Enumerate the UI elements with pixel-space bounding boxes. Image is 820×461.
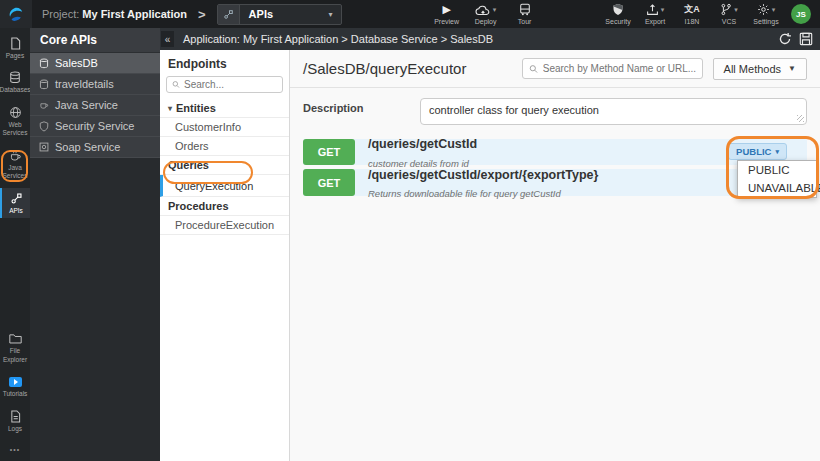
endpoints-search[interactable] — [166, 76, 283, 93]
http-method-badge[interactable]: GET — [303, 139, 355, 165]
api-icon — [10, 192, 23, 205]
more-options-icon[interactable]: ••• — [10, 446, 20, 453]
settings-button[interactable]: ▾ Settings — [753, 3, 779, 25]
security-button[interactable]: Security — [605, 3, 631, 25]
collapse-panel-button[interactable]: « — [161, 31, 174, 47]
method-search[interactable] — [522, 58, 703, 79]
resource-type-dropdown[interactable]: APIs ▾ — [217, 4, 342, 25]
access-option-public[interactable]: PUBLIC — [738, 161, 816, 179]
description-field-wrap: controller class for query execution — [420, 98, 807, 125]
export-icon — [646, 3, 659, 16]
api-icon — [218, 5, 240, 24]
gear-icon — [757, 3, 770, 16]
sidebar-item-java-services[interactable]: Java Services — [0, 145, 30, 184]
endpoints-title: Endpoints — [160, 50, 289, 75]
sidebar-item-logs[interactable]: Logs — [0, 406, 30, 436]
chevron-down-icon: ▾ — [734, 6, 738, 14]
resource-type-label: APIs — [240, 8, 329, 20]
preview-button[interactable]: ▶ Preview — [434, 3, 460, 25]
page-icon — [10, 37, 21, 50]
database-icon — [9, 71, 21, 84]
sidebar-item-apis[interactable]: APIs — [0, 188, 30, 218]
shield-icon — [39, 121, 49, 132]
chevron-down-icon: ▼ — [788, 64, 796, 73]
floppy-save-icon — [799, 32, 813, 46]
branch-icon — [720, 3, 732, 16]
play-icon: ▶ — [442, 3, 450, 16]
endpoint-item-queryexecution[interactable]: QueryExecution — [160, 175, 289, 197]
service-item-traveldetails[interactable]: traveldetails — [30, 74, 160, 95]
api-summary: Returns downloadable file for query getC… — [368, 188, 561, 199]
database-icon — [39, 58, 49, 69]
shield-icon — [612, 3, 624, 16]
chevron-down-icon: ▾ — [168, 104, 172, 113]
entities-group-header[interactable]: ▾ Entities — [160, 99, 289, 118]
api-row-getcustid-export[interactable]: GET /queries/getCustId/export/{exportTyp… — [303, 169, 807, 196]
description-textarea[interactable]: controller class for query execution — [421, 99, 806, 124]
sidebar-item-databases[interactable]: Databases — [0, 67, 30, 97]
api-path: /queries/getCustId — [368, 137, 477, 151]
sidebar-item-file-explorer[interactable]: File Explorer — [0, 328, 30, 367]
folder-icon — [9, 333, 22, 344]
database-icon — [39, 79, 49, 90]
refresh-button[interactable] — [778, 32, 792, 46]
left-nav-rail: Pages Databases Web Services Java Servic… — [0, 28, 30, 461]
endpoints-search-input[interactable] — [184, 79, 277, 90]
translate-icon: 文A — [684, 3, 700, 16]
deploy-button[interactable]: ▾ Deploy — [473, 3, 499, 25]
core-apis-panel: Core APIs SalesDB traveldetails Java Ser… — [30, 28, 160, 461]
endpoint-item-procedureexecution[interactable]: ProcedureExecution — [160, 216, 289, 235]
access-option-unavailable[interactable]: UNAVAILABLE — [738, 179, 816, 197]
endpoint-item-orders[interactable]: Orders — [160, 137, 289, 156]
log-file-icon — [10, 410, 21, 423]
breadcrumb: Application: My First Application > Data… — [183, 33, 778, 45]
user-avatar[interactable]: JS — [791, 4, 811, 24]
coffee-icon — [39, 100, 49, 110]
description-row: Description controller class for query e… — [290, 88, 820, 133]
access-level-menu: PUBLIC UNAVAILABLE — [737, 160, 817, 198]
bus-icon — [519, 3, 531, 16]
search-icon — [529, 64, 538, 74]
endpoints-panel: Endpoints ▾ Entities CustomerInfo Orders… — [160, 50, 290, 461]
tour-button[interactable]: Tour — [512, 3, 538, 25]
refresh-icon — [778, 32, 792, 46]
chevron-down-icon: ▾ — [775, 148, 779, 156]
chevron-down-icon: ▾ — [493, 6, 497, 14]
access-level-dropdown[interactable]: PUBLIC ▾ — [728, 143, 787, 160]
soap-icon — [39, 142, 49, 152]
i18n-button[interactable]: 文A I18N — [679, 3, 705, 25]
vcs-button[interactable]: ▾ VCS — [716, 3, 742, 25]
chevron-down-icon: ▾ — [329, 10, 333, 19]
main-content: /SalesDB/queryExecutor All Methods ▼ Des… — [290, 50, 820, 461]
topbar-actions: ▶ Preview ▾ Deploy Tour — [434, 3, 538, 25]
brand-wave-icon — [8, 6, 25, 23]
service-item-security-service[interactable]: Security Service — [30, 116, 160, 137]
queries-group-header[interactable]: Queries — [160, 156, 289, 175]
method-search-input[interactable] — [543, 63, 696, 74]
topbar-tools: Security ▾ Export 文A I18N ▾ VCS ▾ Set — [605, 3, 779, 25]
globe-icon — [9, 106, 22, 119]
http-method-badge[interactable]: GET — [303, 169, 355, 196]
service-item-salesdb[interactable]: SalesDB — [30, 53, 160, 74]
chevron-down-icon: ▾ — [772, 6, 776, 14]
main-header: /SalesDB/queryExecutor All Methods ▼ — [290, 50, 820, 88]
sidebar-item-web-services[interactable]: Web Services — [0, 102, 30, 141]
video-play-icon — [9, 377, 22, 387]
save-button[interactable] — [799, 32, 813, 46]
search-icon — [172, 80, 180, 89]
wavemaker-logo — [0, 0, 32, 28]
coffee-icon — [9, 149, 22, 162]
api-row-getcustid[interactable]: GET /queries/getCustId customer details … — [303, 139, 807, 165]
procedures-group-header[interactable]: Procedures — [160, 197, 289, 216]
service-item-java-service[interactable]: Java Service — [30, 95, 160, 116]
resize-grip-icon[interactable] — [797, 115, 804, 122]
endpoint-item-customerinfo[interactable]: CustomerInfo — [160, 118, 289, 137]
service-item-soap-service[interactable]: Soap Service — [30, 137, 160, 158]
sidebar-item-pages[interactable]: Pages — [0, 33, 30, 63]
export-button[interactable]: ▾ Export — [642, 3, 668, 25]
all-methods-dropdown[interactable]: All Methods ▼ — [713, 58, 807, 80]
sidebar-item-tutorials[interactable]: Tutorials — [0, 371, 30, 401]
cloud-upload-icon — [475, 4, 491, 16]
top-bar: Project:My First Application > APIs ▾ ▶ … — [0, 0, 820, 28]
description-label: Description — [303, 98, 420, 125]
